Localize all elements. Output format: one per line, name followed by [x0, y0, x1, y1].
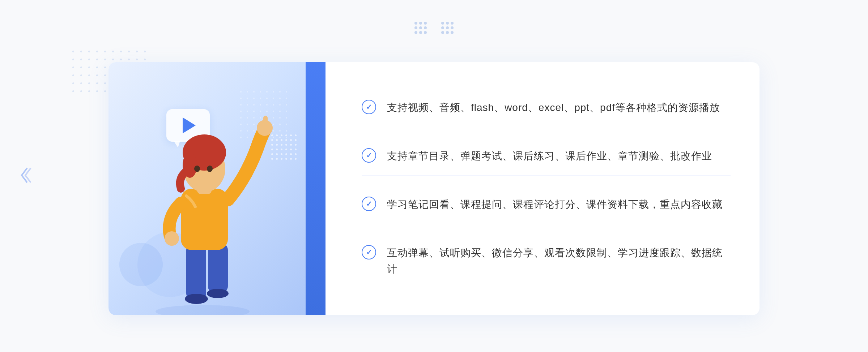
check-icon-3: ✓ — [362, 197, 376, 211]
stripe-decoration — [271, 134, 297, 160]
person-illustration — [130, 106, 275, 315]
svg-rect-1 — [186, 243, 206, 301]
svg-point-10 — [194, 166, 200, 172]
feature-text-2: 支持章节目录、弹题考试、课后练习、课后作业、章节测验、批改作业 — [387, 148, 712, 164]
svg-rect-13 — [263, 116, 268, 129]
check-icon-1: ✓ — [362, 100, 376, 114]
title-row — [414, 22, 454, 34]
svg-point-11 — [207, 166, 213, 172]
feature-item-4: ✓互动弹幕、试听购买、微信分享、观看次数限制、学习进度跟踪、数据统计 — [362, 234, 731, 288]
feature-text-3: 学习笔记回看、课程提问、课程评论打分、课件资料下载，重点内容收藏 — [387, 197, 723, 213]
content-card: ✓支持视频、音频、flash、word、excel、ppt、pdf等各种格式的资… — [109, 62, 760, 315]
check-mark: ✓ — [366, 249, 372, 256]
blue-bar — [306, 62, 326, 315]
feature-text-4: 互动弹幕、试听购买、微信分享、观看次数限制、学习进度跟踪、数据统计 — [387, 245, 731, 278]
check-mark: ✓ — [366, 200, 372, 207]
svg-point-0 — [156, 305, 250, 315]
title-deco-right — [441, 22, 454, 34]
check-mark: ✓ — [366, 152, 372, 159]
check-mark: ✓ — [366, 103, 372, 111]
feature-item-1: ✓支持视频、音频、flash、word、excel、ppt、pdf等各种格式的资… — [362, 89, 731, 127]
check-icon-4: ✓ — [362, 245, 376, 259]
illustration-area — [109, 62, 326, 315]
page-wrapper: (function(){ const container = document.… — [0, 0, 868, 352]
title-deco-left — [414, 22, 427, 34]
feature-item-2: ✓支持章节目录、弹题考试、课后练习、课后作业、章节测验、批改作业 — [362, 137, 731, 176]
svg-rect-2 — [208, 243, 228, 293]
feature-text-1: 支持视频、音频、flash、word、excel、ppt、pdf等各种格式的资源… — [387, 100, 720, 116]
header-section — [414, 22, 454, 40]
features-area: ✓支持视频、音频、flash、word、excel、ppt、pdf等各种格式的资… — [326, 62, 760, 315]
check-icon-2: ✓ — [362, 148, 376, 163]
svg-point-3 — [185, 294, 208, 304]
feature-item-3: ✓学习笔记回看、课程提问、课程评论打分、课件资料下载，重点内容收藏 — [362, 186, 731, 224]
chevron-left-icon — [18, 166, 33, 186]
svg-point-4 — [207, 289, 229, 298]
svg-point-14 — [165, 231, 179, 246]
